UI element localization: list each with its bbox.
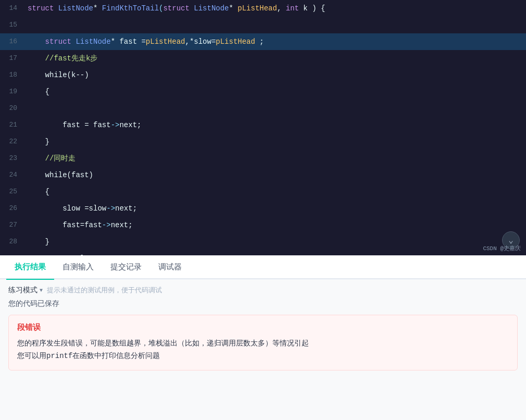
- panel-content: 练习模式 ▼ 提示未通过的测试用例，便于代码调试 您的代码已保存 段错误 您的程…: [0, 279, 526, 420]
- line-number: 17: [0, 50, 23, 67]
- line-content: struct ListNode* FindKthToTail(struct Li…: [23, 0, 526, 17]
- error-desc-line1: 您的程序发生段错误，可能是数组越界，堆栈溢出（比如，递归调用层数太多）等情况引起: [17, 339, 309, 348]
- tab-提交记录[interactable]: 提交记录: [102, 255, 150, 279]
- line-number: 28: [0, 233, 23, 250]
- bottom-panel: 执行结果自测输入提交记录调试器 练习模式 ▼ 提示未通过的测试用例，便于代码调试…: [0, 255, 526, 420]
- save-notice: 您的代码已保存: [8, 299, 518, 308]
- watermark: CSDN @史嘉庆: [483, 244, 521, 252]
- line-number: 21: [0, 117, 23, 133]
- code-line: 28 }: [0, 233, 526, 250]
- line-content: fast=fast->next;: [23, 217, 526, 233]
- practice-row: 练习模式 ▼ 提示未通过的测试用例，便于代码调试: [8, 286, 518, 295]
- code-line: 24 while(fast): [0, 167, 526, 183]
- tab-自测输入[interactable]: 自测输入: [54, 255, 102, 279]
- code-line: 25 {: [0, 183, 526, 200]
- error-description: 您的程序发生段错误，可能是数组越界，堆栈溢出（比如，递归调用层数太多）等情况引起…: [17, 338, 509, 363]
- code-line: 19 {: [0, 83, 526, 100]
- error-desc-line2: 您可以用printf在函数中打印信息分析问题: [17, 352, 160, 360]
- code-line: 18 while(k--): [0, 67, 526, 83]
- line-content: }: [23, 133, 526, 150]
- code-lines: 14struct ListNode* FindKthToTail(struct …: [0, 0, 526, 255]
- chevron-down-icon: ⌄: [508, 235, 514, 245]
- line-content: //同时走: [23, 150, 526, 167]
- line-number: 19: [0, 83, 23, 100]
- line-content: while(k--): [23, 67, 526, 83]
- code-line: 20: [0, 100, 526, 117]
- line-content: }: [23, 233, 526, 250]
- error-box: 段错误 您的程序发生段错误，可能是数组越界，堆栈溢出（比如，递归调用层数太多）等…: [8, 315, 518, 370]
- code-line: 23 //同时走: [0, 150, 526, 167]
- tabs-bar: 执行结果自测输入提交记录调试器: [0, 255, 526, 279]
- line-number: 26: [0, 200, 23, 217]
- code-line: 15: [0, 17, 526, 33]
- practice-hint-text: 提示未通过的测试用例，便于代码调试: [47, 286, 162, 295]
- line-number: 20: [0, 100, 23, 117]
- line-number: 22: [0, 133, 23, 150]
- line-content: slow =slow->next;: [23, 200, 526, 217]
- line-content: {: [23, 183, 526, 200]
- line-content: //fast先走k步: [23, 50, 526, 67]
- code-editor: 14struct ListNode* FindKthToTail(struct …: [0, 0, 526, 255]
- line-number: 18: [0, 67, 23, 83]
- line-number: 25: [0, 183, 23, 200]
- line-number: 27: [0, 217, 23, 233]
- line-number: 23: [0, 150, 23, 167]
- practice-mode-button[interactable]: 练习模式 ▼: [8, 286, 43, 295]
- line-number: 15: [0, 17, 23, 33]
- line-number: 16: [0, 33, 23, 50]
- line-content: {: [23, 83, 526, 100]
- line-content: fast = fast->next;: [23, 117, 526, 133]
- line-content: struct ListNode* fast =pListHead,*slow=p…: [23, 33, 526, 50]
- practice-chevron-icon: ▼: [40, 288, 43, 293]
- code-line: 16 struct ListNode* fast =pListHead,*slo…: [0, 33, 526, 50]
- code-line: 21 fast = fast->next;: [0, 117, 526, 133]
- practice-mode-label: 练习模式: [8, 286, 37, 295]
- code-line: 27 fast=fast->next;: [0, 217, 526, 233]
- line-content: while(fast): [23, 167, 526, 183]
- error-title: 段错误: [17, 323, 509, 332]
- code-line: 17 //fast先走k步: [0, 50, 526, 67]
- line-number: 24: [0, 167, 23, 183]
- code-line: 26 slow =slow->next;: [0, 200, 526, 217]
- tab-执行结果[interactable]: 执行结果: [6, 255, 54, 279]
- code-line: 22 }: [0, 133, 526, 150]
- code-line: 14struct ListNode* FindKthToTail(struct …: [0, 0, 526, 17]
- line-number: 14: [0, 0, 23, 17]
- tab-调试器[interactable]: 调试器: [150, 255, 190, 279]
